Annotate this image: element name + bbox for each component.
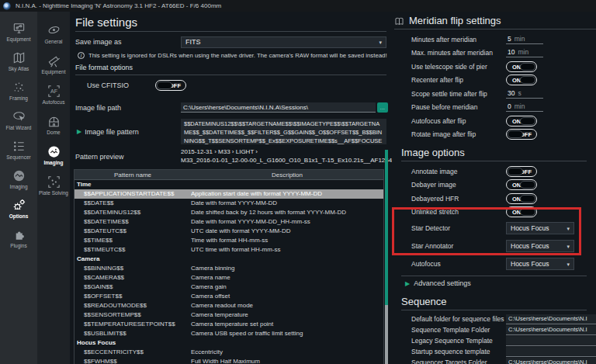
sidebar-item-general[interactable]: General [37, 19, 70, 48]
expander-play-icon[interactable] [77, 128, 81, 135]
autofocus-after-flip-row: Autofocus after flipON [392, 114, 596, 128]
dropdown-value: Hocus Focus [511, 260, 549, 268]
pattern-name-cell: $$DATEUTC$$ [74, 227, 191, 236]
pattern-table-row[interactable]: $$DATETIME$$Date with format YYYY-MM-DD_… [74, 217, 383, 227]
pattern-table-row[interactable]: $$GAIN$$Camera gain [74, 283, 383, 292]
table-scrollbar[interactable] [385, 150, 388, 364]
sequence-template-folder-label: Sequence Template Folder [411, 326, 506, 334]
pattern-table-row[interactable]: $$OFFSET$$Camera offset [74, 292, 383, 301]
sequence-template-folder-row: Sequence Template FolderC:\Users\herse\D… [392, 324, 596, 335]
pattern-table-row[interactable]: $$BINNING$$Camera binning [74, 264, 383, 273]
sidebar-item-equipment[interactable]: Equipment [0, 17, 37, 46]
right-settings-panel: Meridian flip settings Minutes after mer… [392, 12, 596, 364]
table-scrollbar-thumb[interactable] [385, 150, 388, 305]
toggle-knob [157, 81, 172, 89]
autofocus-after-flip-toggle[interactable]: ON [506, 116, 537, 127]
sidebar-item-label: Plugins [10, 243, 26, 248]
rotate-image-after-flip-toggle[interactable]: OFF [506, 129, 537, 140]
sidebar-item-equipment[interactable]: Equipment [37, 49, 70, 78]
pattern-description-cell: Camera temperature set point [191, 320, 383, 329]
pattern-table-row[interactable]: $$TEMPERATURESETPOINT$$Camera temperatur… [74, 320, 383, 329]
pattern-table-row[interactable]: $$FWHM$$Full Width Half Maximum [74, 357, 383, 364]
pattern-table-row[interactable]: $$DATEUTC$$UTC date with format YYYY-MM-… [74, 227, 383, 236]
startup-sequence-template-label: Startup sequence template [411, 348, 506, 355]
sidebar-item-imaging[interactable]: Imaging [0, 165, 37, 193]
sequencer-icon [12, 139, 26, 154]
plate-solving-icon [47, 175, 61, 189]
annotate-image-toggle[interactable]: OFF [506, 166, 537, 177]
sidebar-item-framing[interactable]: Framing [0, 76, 37, 105]
image-file-pattern-row: Image file pattern $$DATEMINUS12$$\$$TAR… [70, 119, 392, 144]
options-icon [12, 198, 26, 213]
pattern-table-row[interactable]: $$READOUTMODE$$Camera readout mode [74, 301, 383, 310]
max-minutes-after-meridian-input[interactable]: 10min [506, 48, 543, 57]
description-column-header[interactable]: Description [191, 172, 383, 179]
pattern-table-row[interactable]: $$DATEMINUS12$$Date shifted back by 12 h… [74, 208, 383, 217]
sidebar-item-label: Autofocus [43, 99, 65, 105]
advanced-settings-expander[interactable]: Advanced settings [401, 276, 587, 290]
debayered-hfr-toggle[interactable]: ON [506, 193, 537, 204]
sequencer-targets-folder-input[interactable]: C:\Users\herse\Documents\N.I [506, 358, 596, 364]
image-file-pattern-input[interactable]: $$DATEMINUS12$$\$$TARGETNAME$$\$$IMAGETY… [181, 119, 386, 144]
pattern-table: Pattern name Description Time$$APPLICATI… [74, 169, 384, 364]
minutes-after-meridian-input[interactable]: 5min [506, 35, 543, 44]
pattern-name-cell: $$BINNING$$ [74, 264, 191, 273]
star-annotator-dropdown[interactable]: Hocus Focus [506, 240, 574, 252]
toggle-knob [508, 130, 523, 138]
pattern-table-row[interactable]: $$ECCENTRICITY$$Eccentricity [74, 348, 383, 357]
sidebar-item-dome[interactable]: Dome [37, 109, 70, 139]
save-image-as-dropdown[interactable]: FITS [181, 36, 386, 48]
sidebar-item-imaging[interactable]: Imaging [37, 140, 70, 169]
pattern-name-cell: $$DATEMINUS12$$ [74, 208, 191, 217]
sidebar-item-autofocus[interactable]: AFAutofocus [37, 79, 70, 109]
pattern-table-row[interactable]: $$USBLIMIT$$Camera USB speed or traffic … [74, 329, 383, 338]
sidebar-item-sky-atlas[interactable]: Sky Atlas [0, 47, 37, 75]
toggle-knob [520, 195, 535, 203]
pattern-table-row[interactable]: $$CAMERA$$Camera name [74, 273, 383, 283]
use-telescope-side-of-pier-toggle[interactable]: ON [506, 61, 537, 72]
max-minutes-after-meridian-label: Max. minutes after meridian [411, 49, 506, 57]
sidebar-item-label: Options [9, 213, 29, 219]
scope-settle-time-after-flip-input[interactable]: 30s [506, 89, 543, 99]
pattern-description-cell: Full Width Half Maximum [191, 357, 383, 364]
use-cfitsio-toggle[interactable]: OFF [155, 80, 186, 91]
page-title: File settings [75, 16, 386, 32]
legacy-sequence-template-label: Legacy Sequence Template [411, 337, 506, 345]
browse-folder-button[interactable]: ... [377, 102, 388, 113]
pattern-table-row[interactable]: $$TIME$$Time with format HH-mm-ss [74, 236, 383, 245]
pattern-table-row[interactable]: $$DATE$$Date with format YYYY-MM-DD [74, 199, 383, 208]
use-cfitsio-row: Use CFITSIO OFF [87, 79, 392, 92]
sidebar-item-label: Dome [47, 130, 60, 135]
pattern-description-cell: Camera readout mode [191, 301, 383, 310]
image-options-rows: Annotate imageOFFDebayer imageONDebayere… [392, 165, 596, 272]
startup-sequence-template-input[interactable] [506, 347, 596, 357]
pause-before-meridian-input[interactable]: 0min [506, 102, 543, 112]
pattern-description-cell: Camera USB speed or traffic limit settin… [191, 329, 383, 338]
unlinked-stretch-toggle[interactable]: ON [506, 206, 537, 217]
legacy-sequence-template-input[interactable] [506, 336, 596, 346]
debayer-image-toggle[interactable]: ON [506, 179, 537, 190]
file-settings-panel: File settings Save image as FITS This se… [70, 12, 392, 364]
book-icon[interactable] [394, 16, 404, 26]
image-file-path-input[interactable]: C:\Users\herse\Documents\N.I.N.A\Session… [181, 102, 376, 113]
dslr-warning: This setting is ignored for DSLRs when u… [78, 52, 392, 59]
recenter-after-flip-toggle[interactable]: ON [506, 75, 537, 85]
pattern-name-column-header[interactable]: Pattern name [74, 172, 191, 179]
pattern-table-header: Pattern name Description [74, 170, 383, 180]
sidebar-item-options[interactable]: Options [0, 194, 37, 223]
sidebar-item-plugins[interactable]: Plugins [0, 224, 37, 252]
default-folder-for-sequence-files-input[interactable]: C:\Users\herse\Documents\N.I [506, 314, 596, 324]
toggle-knob [508, 168, 523, 175]
sequence-template-folder-input[interactable]: C:\Users\herse\Documents\N.I [506, 325, 596, 335]
dropdown-value: Hocus Focus [511, 242, 549, 250]
pattern-table-row[interactable]: $$TIMEUTC$$UTC time with format HH-mm-ss [74, 245, 383, 255]
pattern-table-row[interactable]: $$APPLICATIONSTARTDATE$$Application star… [74, 189, 383, 199]
star-detector-dropdown[interactable]: Hocus Focus [506, 222, 574, 234]
autofocus-dropdown[interactable]: Hocus Focus [506, 258, 574, 270]
sidebar-item-label: Sequencer [6, 154, 30, 160]
rotate-image-after-flip-row: Rotate image after flipOFF [392, 128, 596, 142]
sidebar-item-plate-solving[interactable]: Plate Solving [37, 170, 70, 199]
pattern-table-row[interactable]: $$SENSORTEMP$$Camera temperature [74, 310, 383, 320]
sidebar-item-flat-wizard[interactable]: Flat Wizard [0, 106, 37, 134]
sidebar-item-sequencer[interactable]: Sequencer [0, 135, 37, 164]
